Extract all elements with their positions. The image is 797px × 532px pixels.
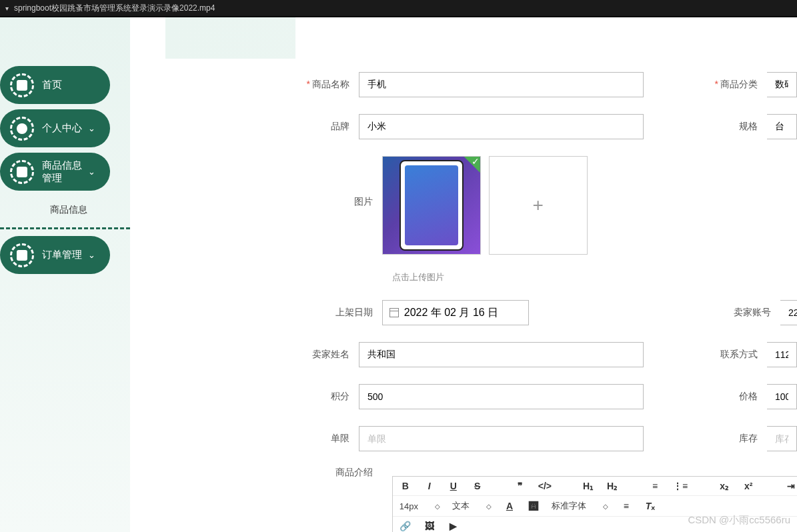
list-unordered-button[interactable]: ⋮≡ (673, 481, 688, 491)
font-family-select[interactable]: 标准字体◇ (552, 500, 608, 512)
chevron-down-icon: ⌄ (88, 167, 95, 177)
underline-button[interactable]: U (448, 481, 460, 491)
strike-button[interactable]: S (472, 481, 484, 491)
bold-button[interactable]: B (400, 481, 412, 491)
subscript-button[interactable]: x₂ (718, 481, 730, 491)
image-button[interactable]: 🖼 (424, 521, 436, 531)
sidebar: 首页 个人中心 ⌄ 商品信息管理 ⌄ 商品信息 订单管理 ⌄ (0, 17, 130, 532)
seller-account-label: 卖家账号 (734, 307, 771, 317)
h1-button[interactable]: H₁ (582, 481, 594, 491)
seller-name-input[interactable] (359, 342, 644, 367)
upload-button[interactable]: + (489, 156, 588, 255)
superscript-button[interactable]: x² (742, 481, 754, 491)
price-label: 价格 (739, 391, 758, 401)
brand-input[interactable] (359, 114, 644, 139)
sidebar-item-order[interactable]: 订单管理 ⌄ (0, 236, 110, 274)
stock-input[interactable] (767, 426, 797, 451)
video-button[interactable]: ▶ (448, 521, 460, 531)
link-button[interactable]: 🔗 (400, 521, 412, 531)
sidebar-item-personal[interactable]: 个人中心 ⌄ (0, 109, 110, 147)
date-input[interactable]: 2022 年 02 月 16 日 (382, 300, 529, 325)
divider (0, 227, 130, 229)
limit-label: 单限 (331, 433, 349, 443)
bg-color-button[interactable]: 🅰 (528, 501, 540, 511)
clear-format-button[interactable]: Tₓ (644, 501, 656, 511)
spec-label: 规格 (739, 121, 758, 131)
image-label: 图片 (354, 196, 373, 207)
limit-input[interactable] (359, 426, 644, 451)
h2-button[interactable]: H₂ (606, 481, 618, 491)
plus-icon: + (533, 195, 544, 216)
user-icon (10, 117, 34, 141)
points-input[interactable] (359, 384, 644, 409)
quote-button[interactable]: ❞ (514, 481, 526, 491)
sidebar-sub-product-info[interactable]: 商品信息 (0, 196, 130, 224)
watermark: CSDN @小雨cc5566ru (688, 514, 790, 527)
contact-input[interactable] (767, 342, 797, 367)
name-label: 商品名称 (312, 79, 349, 89)
check-icon: ✓ (464, 157, 480, 173)
price-input[interactable] (767, 384, 797, 409)
indent-button[interactable]: ⇥ (785, 481, 797, 491)
chevron-down-icon: ⌄ (88, 123, 95, 133)
upload-hint: 点击上传图片 (392, 271, 797, 283)
grid-icon (10, 160, 34, 184)
name-input[interactable] (359, 72, 644, 97)
sidebar-item-home[interactable]: 首页 (0, 66, 110, 104)
window-title: springboot校园跳蚤市场管理系统登录演示录像2022.mp4 (14, 3, 215, 14)
uploaded-image[interactable]: ✓ (382, 156, 481, 255)
main-content: *商品名称 *商品分类 品牌 规格 图片 (295, 17, 797, 532)
list-ordered-button[interactable]: ≡ (649, 481, 661, 491)
stock-label: 库存 (739, 433, 758, 443)
contact-label: 联系方式 (720, 349, 758, 359)
text-color-button[interactable]: A (504, 501, 516, 511)
brand-label: 品牌 (331, 121, 349, 131)
italic-button[interactable]: I (424, 481, 436, 491)
spec-input[interactable] (767, 114, 797, 139)
align-button[interactable]: ≡ (620, 501, 632, 511)
font-size-select[interactable]: 14px◇ (400, 501, 440, 511)
order-icon (10, 243, 34, 267)
calendar-icon (389, 308, 399, 317)
font-type-select[interactable]: 文本◇ (452, 500, 492, 512)
category-input[interactable] (767, 72, 797, 97)
window-titlebar: ▾ springboot校园跳蚤市场管理系统登录演示录像2022.mp4 (0, 0, 797, 17)
seller-account-input[interactable] (780, 300, 797, 325)
sidebar-item-product[interactable]: 商品信息管理 ⌄ (0, 153, 110, 191)
date-label: 上架日期 (335, 307, 373, 317)
seller-name-label: 卖家姓名 (312, 349, 349, 359)
points-label: 积分 (331, 391, 349, 401)
home-icon (10, 73, 34, 97)
category-label: 商品分类 (720, 79, 758, 89)
desc-label: 商品介绍 (335, 467, 373, 477)
dropdown-icon: ▾ (5, 5, 9, 12)
code-button[interactable]: </> (538, 481, 552, 491)
chevron-down-icon: ⌄ (88, 250, 95, 260)
